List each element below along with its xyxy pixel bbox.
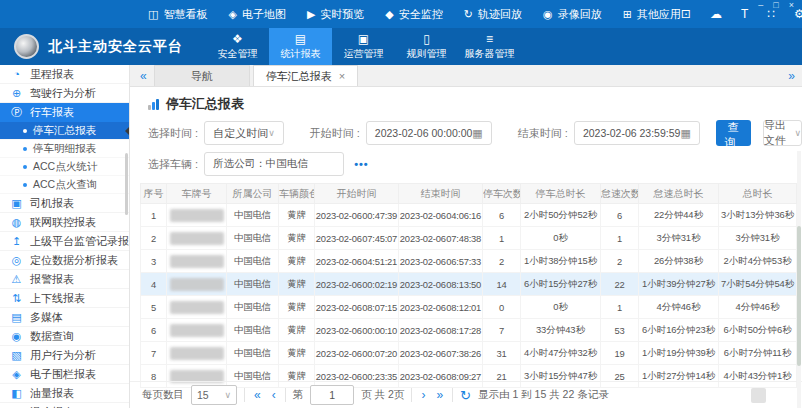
- cell-stops: 7: [483, 319, 521, 342]
- sidebar-subitem-label: 停车明细报表: [33, 142, 96, 156]
- sidebar-collapse-button[interactable]: «: [133, 69, 154, 86]
- end-time-input[interactable]: 2023-02-06 23:59:59 ▦: [574, 121, 700, 145]
- scroll-corner-button[interactable]: [751, 388, 766, 403]
- sidebar-item-online-offline[interactable]: ⇅上下线报表: [0, 289, 129, 308]
- sidebar-subitem[interactable]: 停车汇总报表: [0, 122, 129, 140]
- sidebar-subitem[interactable]: ACC点火查询: [0, 176, 129, 194]
- column-header-2: 所属公司: [227, 184, 279, 204]
- per-page-select[interactable]: 15 ∨: [191, 385, 237, 405]
- alarm-icon: ⚠: [10, 273, 23, 286]
- sidebar-item-network[interactable]: ◍联网联控报表: [0, 213, 129, 232]
- tab-parking-summary-report[interactable]: 停车汇总报表 ×: [253, 65, 358, 86]
- calendar-icon[interactable]: ▦: [472, 127, 482, 140]
- sidebar-item-platform-log[interactable]: ↥上级平台监管记录报表: [0, 232, 129, 251]
- table-row[interactable]: 7中国电信黄牌2023-02-06 00:07:202023-02-06 07:…: [141, 342, 797, 365]
- cell-color: 黄牌: [279, 204, 315, 227]
- sidebar-item-data-query[interactable]: ◉数据查询: [0, 327, 129, 346]
- sidebar-scrollbar-thumb[interactable]: [125, 153, 128, 215]
- table-row[interactable]: 1中国电信黄牌2023-02-06 00:47:392023-02-06 04:…: [141, 204, 797, 227]
- user-behavior-icon: ▧: [10, 349, 23, 362]
- safety-mgmt-icon: ❖: [232, 33, 243, 45]
- nav-item-stats-report[interactable]: ▤统计报表: [269, 28, 332, 65]
- next-page-button[interactable]: ›: [419, 388, 427, 402]
- mileage-icon: ◔: [10, 68, 23, 80]
- electronic-map-icon: ◈: [228, 9, 236, 20]
- nav-item-safety-mgmt[interactable]: ❖安全管理: [206, 28, 269, 65]
- chevron-down-icon: ∨: [268, 128, 275, 138]
- topbar-app-video-playback[interactable]: ◉录像回放: [543, 7, 602, 22]
- nav-item-operations[interactable]: ▣运营管理: [332, 28, 395, 65]
- sidebar-item-location-analysis[interactable]: ◎定位数据分析报表: [0, 251, 129, 270]
- close-icon[interactable]: ×: [789, 0, 794, 10]
- fuel-icon: ◧: [10, 387, 23, 400]
- scrollbar-thumb[interactable]: [797, 226, 801, 366]
- nav-item-server-mgmt[interactable]: ≡服务器管理: [458, 28, 521, 65]
- topbar-app-safety-monitor[interactable]: ◆安全监控: [385, 7, 442, 22]
- table-row[interactable]: 6中国电信黄牌2023-02-06 00:00:102023-02-06 08:…: [141, 319, 797, 342]
- topbar-app-smart-dashboard[interactable]: ◫智慧看板: [148, 7, 207, 22]
- cell-end: 2023-02-06 08:12:01: [399, 296, 483, 319]
- sidebar-item-driver[interactable]: ▣司机报表: [0, 194, 129, 213]
- table-row[interactable]: 2中国电信黄牌2023-02-06 07:45:072023-02-06 07:…: [141, 227, 797, 250]
- sidebar-subitem[interactable]: ACC点火统计: [0, 158, 129, 176]
- window-controls: –□×: [758, 0, 794, 10]
- start-time-input[interactable]: 2023-02-06 00:00:00 ▦: [366, 121, 492, 145]
- sidebar-item-mileage[interactable]: ◔里程报表: [0, 65, 129, 84]
- topbar-app-other-apps[interactable]: ⊞其他应用: [623, 7, 681, 22]
- nav-item-label: 运营管理: [344, 47, 384, 61]
- last-page-button[interactable]: »: [434, 388, 445, 402]
- time-range-select[interactable]: 自定义时间 ∨: [204, 121, 284, 145]
- vehicle-select-input[interactable]: 所选公司：中国电信: [204, 152, 344, 176]
- divider: [411, 388, 412, 402]
- cloud-icon[interactable]: ☁: [710, 8, 722, 20]
- topbar-app-electronic-map[interactable]: ◈电子地图: [228, 7, 285, 22]
- cell-no: 5: [141, 296, 167, 319]
- sidebar-item-alarm[interactable]: ⚠报警报表: [0, 270, 129, 289]
- sidebar-item-label: 用户行为分析: [30, 348, 96, 363]
- shirt-icon[interactable]: T: [741, 8, 748, 20]
- sidebar-item-label: 驾驶行为分析: [30, 86, 96, 101]
- page-prefix-label: 第: [293, 388, 304, 402]
- column-header-8: 怠速次数: [601, 184, 639, 204]
- gear-icon[interactable]: ⚙: [794, 8, 802, 20]
- sidebar-item-label: 行车报表: [30, 105, 74, 120]
- nav-item-rules[interactable]: ▯规则管理: [395, 28, 458, 65]
- topbar-app-live-preview[interactable]: ▶实时预览: [307, 7, 364, 22]
- monitor-icon[interactable]: ⊡: [681, 8, 691, 20]
- table-row[interactable]: 3中国电信黄牌2023-02-06 04:51:212023-02-06 06:…: [141, 250, 797, 273]
- page-number-input[interactable]: [310, 385, 354, 405]
- server-mgmt-icon: ≡: [486, 33, 493, 45]
- first-page-button[interactable]: «: [252, 388, 263, 402]
- refresh-icon[interactable]: ↻: [460, 388, 471, 403]
- sidebar-item-trip-report[interactable]: Ⓟ行车报表: [0, 103, 129, 122]
- close-icon[interactable]: ×: [339, 70, 345, 82]
- sidebar-item-fuel[interactable]: ◧油量报表: [0, 384, 129, 403]
- prev-page-button[interactable]: ‹: [270, 388, 278, 402]
- tabs-overflow-button[interactable]: »: [781, 69, 802, 86]
- page-title: 停车汇总报表: [130, 87, 802, 118]
- tab-navigation[interactable]: 导航: [154, 65, 250, 86]
- cell-company: 中国电信: [227, 319, 279, 342]
- sidebar-item-label: 里程报表: [30, 67, 74, 82]
- vertical-scrollbar[interactable]: [797, 151, 801, 408]
- cell-end: 2023-02-06 08:17:28: [399, 319, 483, 342]
- calendar-icon[interactable]: ▦: [680, 127, 690, 140]
- table-row[interactable]: 5中国电信黄牌2023-02-06 08:07:152023-02-06 08:…: [141, 296, 797, 319]
- sidebar-item-temperature[interactable]: ♨温度报表: [0, 403, 129, 408]
- table-row[interactable]: 4中国电信黄牌2023-02-06 00:02:192023-02-06 08:…: [141, 273, 797, 296]
- topbar-app-label: 安全监控: [399, 7, 443, 22]
- cell-idles: 1: [601, 296, 639, 319]
- sidebar-item-user-behavior[interactable]: ▧用户行为分析: [0, 346, 129, 365]
- rules-icon: ▯: [423, 33, 430, 45]
- vehicle-more-button[interactable]: •••: [354, 158, 369, 170]
- restore-icon[interactable]: □: [773, 0, 778, 10]
- query-button[interactable]: 查 询: [716, 120, 751, 146]
- topbar-app-track-playback[interactable]: ↻轨迹回放: [464, 7, 522, 22]
- sidebar-item-driving-behavior[interactable]: ⊕驾驶行为分析: [0, 84, 129, 103]
- sidebar-item-multimedia[interactable]: ▤多媒体: [0, 308, 129, 327]
- minimize-icon[interactable]: –: [758, 0, 763, 10]
- sidebar-subitem[interactable]: 停车明细报表: [0, 140, 129, 158]
- sidebar-item-geofence[interactable]: ◈电子围栏报表: [0, 365, 129, 384]
- cell-color: 黄牌: [279, 250, 315, 273]
- export-file-button[interactable]: 导出文件 ∨: [763, 120, 802, 146]
